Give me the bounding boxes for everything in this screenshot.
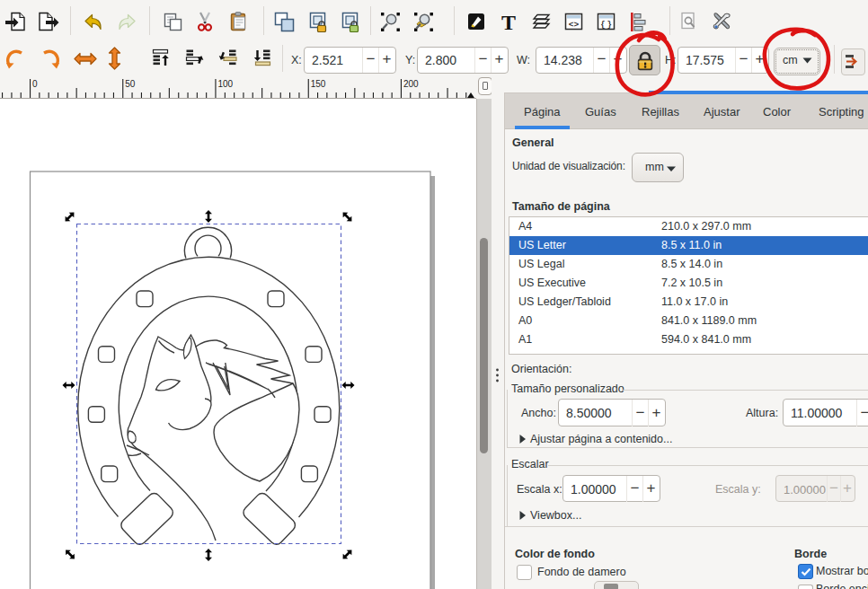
svg-text:100: 100 [217, 79, 233, 89]
svg-text:<>: <> [569, 20, 580, 30]
svg-text:50: 50 [125, 79, 136, 89]
svg-text:0: 0 [32, 79, 38, 89]
svg-text:200: 200 [403, 79, 419, 89]
svg-text:T: T [501, 12, 516, 32]
svg-text:{ }: { } [600, 21, 612, 30]
svg-text:150: 150 [311, 79, 326, 89]
